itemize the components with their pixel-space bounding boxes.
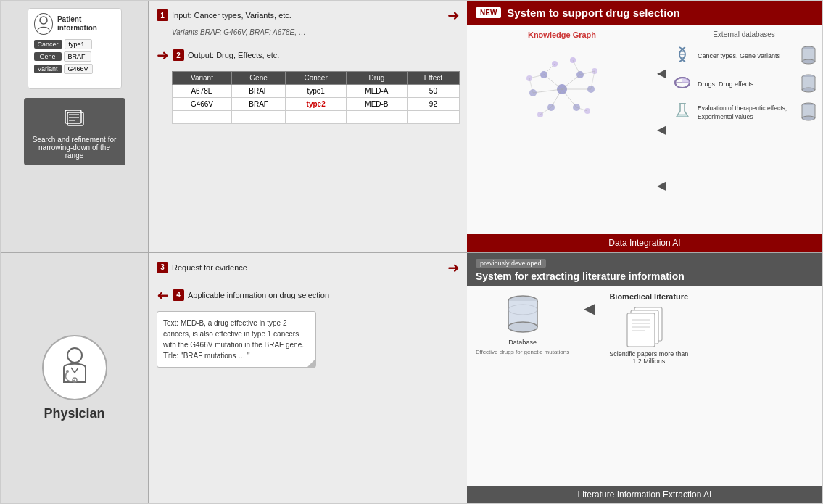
db-cylinder-large <box>505 292 541 336</box>
arrow-left-2: ➜ <box>157 46 169 64</box>
step3-badge: 3 <box>157 262 168 273</box>
svg-line-29 <box>540 107 551 115</box>
middle-top: 1 Input: Cancer types, Variants, etc. ➜ … <box>149 1 467 252</box>
svg-line-23 <box>551 89 562 107</box>
cylinder-2 <box>801 73 816 96</box>
step2-badge: 2 <box>173 49 184 61</box>
db3-text: Evaluation of therapeutic effects, Exper… <box>698 104 796 120</box>
step4-label: Applicable information on drug selection <box>188 291 460 299</box>
col-cancer: Cancer <box>286 72 347 85</box>
middle-bottom: 3 Request for evidence ➜ ➜ 4 Applicable … <box>149 253 467 504</box>
papers-icon <box>624 304 674 347</box>
kg-graph <box>511 42 613 136</box>
svg-line-27 <box>573 60 580 75</box>
evidence-box: Text: MED-B, a drug effective in type 2 … <box>157 311 316 368</box>
col-drug: Drug <box>347 72 408 85</box>
step1-badge: 1 <box>157 9 168 21</box>
variant-row: Variant G466V <box>34 64 115 74</box>
patient-panel: Patient information Cancer type1 Gene BR… <box>1 1 149 252</box>
cancer-label: Cancer <box>34 40 62 49</box>
svg-point-60 <box>508 322 537 332</box>
bottom-right-title: System for extracting literature informa… <box>476 270 814 282</box>
svg-point-55 <box>67 348 82 363</box>
bottom-right-footer: Literature Information Extraction AI <box>467 486 822 503</box>
database-bottom: Database Effective drugs for genetic mut… <box>476 292 569 355</box>
svg-line-24 <box>562 89 576 107</box>
db1-text: Cancer types, Gene variants <box>698 52 796 61</box>
lit-arrow: ◀ <box>584 292 595 317</box>
pill-icon <box>671 73 693 96</box>
output-table: Variant Gene Cancer Drug Effect A678E BR… <box>172 71 460 124</box>
external-databases: External databases Cance <box>671 30 816 228</box>
evidence-text: Text: MED-B, a drug effective in type 2 … <box>163 318 310 361</box>
svg-rect-66 <box>627 313 655 347</box>
cancer-row: Cancer type1 <box>34 39 115 49</box>
patient-title: Patient information <box>57 15 115 33</box>
db-arrows: ◀ ◀ ◀ <box>657 30 666 228</box>
table-row: G466V BRAF type2 MED-B 92 <box>173 98 460 111</box>
db-row-1: Cancer types, Gene variants <box>671 44 816 68</box>
step1-row: 1 Input: Cancer types, Variants, etc. ➜ <box>157 7 460 24</box>
bottom-right-header: previously developed System for extracti… <box>467 253 822 286</box>
top-right-panel: NEW System to support drug selection Kno… <box>467 1 822 252</box>
step1-label: Input: Cancer types, Variants, etc. <box>172 11 447 20</box>
top-section: Patient information Cancer type1 Gene BR… <box>1 1 822 253</box>
physician-panel: Physician <box>1 253 149 504</box>
patient-header: Patient information <box>34 13 115 35</box>
db-arrow-3: ◀ <box>657 178 666 192</box>
arrow-right-3: ➜ <box>447 259 460 276</box>
cylinder-3 <box>801 101 816 125</box>
svg-point-57 <box>66 370 69 373</box>
kg-area: Knowledge Graph <box>473 30 651 228</box>
variant-label: Variant <box>34 65 62 73</box>
db-row-3: Evaluation of therapeutic effects, Exper… <box>671 101 816 125</box>
flask-icon <box>671 101 693 125</box>
step4-badge: 4 <box>173 289 184 301</box>
svg-line-20 <box>562 75 580 89</box>
arrow-left-4: ➜ <box>157 286 169 304</box>
main-container: Patient information Cancer type1 Gene BR… <box>0 0 823 504</box>
lit-area: Biomedical literature Scientific papers … <box>609 292 688 365</box>
db-row-2: Drugs, Drug effects <box>671 73 816 96</box>
search-box: Search and refinement for narrowing-down… <box>24 98 125 165</box>
table-row: A678E BRAF type1 MED-A 50 <box>173 85 460 98</box>
lit-subtitle: Scientific papers more than 1.2 Millions <box>609 350 688 365</box>
svg-line-19 <box>544 75 562 89</box>
db2-text: Drugs, Drug effects <box>698 80 796 89</box>
step2-row: ➜ 2 Output: Drug, Effects, etc. <box>157 46 460 64</box>
patient-dots: ⋮ <box>34 76 115 84</box>
physician-circle <box>42 335 107 400</box>
top-right-title: System to support drug selection <box>507 7 679 19</box>
bottom-right-content: Database Effective drugs for genetic mut… <box>467 286 822 487</box>
variant-value: G466V <box>64 64 93 74</box>
arrow-right-1: ➜ <box>447 7 460 24</box>
top-right-footer: Data Integration AI <box>467 234 822 252</box>
svg-point-0 <box>40 17 47 24</box>
step4-row: ➜ 4 Applicable information on drug selec… <box>157 286 460 304</box>
svg-point-38 <box>802 59 815 64</box>
kg-title: Knowledge Graph <box>528 30 596 39</box>
svg-point-52 <box>802 116 815 120</box>
db-arrow-1: ◀ <box>657 66 666 80</box>
gene-value: BRAF <box>64 51 91 62</box>
gene-label: Gene <box>34 52 62 61</box>
bottom-right-panel: previously developed System for extracti… <box>467 253 822 504</box>
table-dots-row: ⋮ ⋮ ⋮ ⋮ ⋮ <box>173 111 460 124</box>
prev-badge: previously developed <box>476 259 546 268</box>
col-gene: Gene <box>231 72 285 85</box>
cylinder-1 <box>801 44 816 68</box>
db-bottom-title: Database <box>508 339 537 346</box>
top-right-content: Knowledge Graph <box>467 25 822 234</box>
col-variant: Variant <box>173 72 232 85</box>
physician-svg <box>49 342 100 393</box>
new-badge: NEW <box>476 7 501 18</box>
physician-label: Physician <box>44 406 104 421</box>
search-text: Search and refinement for narrowing-down… <box>30 136 120 160</box>
step1-subtitle: Variants BRAF: G466V, BRAF: A678E, … <box>172 28 460 36</box>
patient-icon <box>34 13 53 35</box>
gene-row: Gene BRAF <box>34 51 115 62</box>
db-arrow-2: ◀ <box>657 123 666 136</box>
bottom-section: Physician 3 Request for evidence ➜ ➜ 4 A… <box>1 253 822 504</box>
svg-line-25 <box>544 64 555 75</box>
db-subtitle: Effective drugs for genetic mutations <box>476 349 569 355</box>
